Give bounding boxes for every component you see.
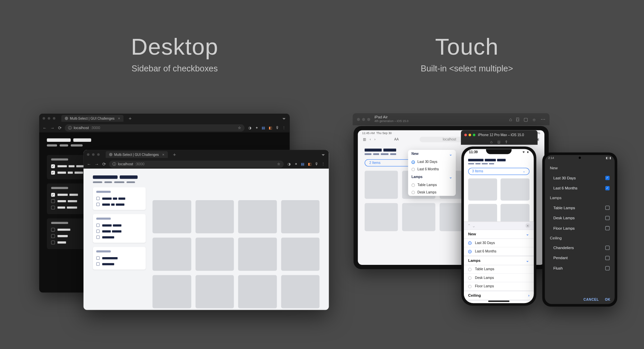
screenshot-icon[interactable]: ⌼ <box>498 140 500 144</box>
option-row[interactable]: Last 30 Days✓ <box>545 173 614 183</box>
browser-menu-icon[interactable]: ⋮ <box>321 162 326 166</box>
optgroup-header[interactable]: Lamps⌄ <box>464 256 534 265</box>
result-card[interactable] <box>468 178 497 200</box>
checkbox-icon[interactable] <box>96 197 100 200</box>
checkbox-icon[interactable] <box>51 241 55 244</box>
checkbox-icon[interactable] <box>51 206 55 209</box>
result-card[interactable] <box>195 200 234 233</box>
ext-icon[interactable]: ✦ <box>294 162 298 166</box>
optgroup-header[interactable]: Ceiling› <box>464 291 534 300</box>
option-row[interactable]: Last 30 Days <box>408 158 456 166</box>
checkbox-icon[interactable]: ✓ <box>605 186 610 190</box>
address-bar[interactable]: ⓘ localhost:3000 ☆ <box>109 160 284 168</box>
option-row[interactable]: Last 6 Months✓ <box>545 183 614 193</box>
new-tab-button[interactable]: + <box>129 115 132 121</box>
home-icon[interactable]: ⌂ <box>490 140 492 144</box>
traffic-light-close[interactable] <box>43 117 45 120</box>
checkbox-icon[interactable]: ✓ <box>51 193 55 196</box>
address-bar[interactable]: ⓘ localhost:3000 ☆ <box>65 124 245 131</box>
option-row[interactable]: Chandeliers <box>545 243 614 253</box>
browser-menu-icon[interactable]: ⋮ <box>282 126 286 130</box>
option-row[interactable]: Desk Lamps <box>545 213 614 223</box>
result-card[interactable] <box>153 238 191 271</box>
checkbox-icon[interactable] <box>96 230 100 233</box>
checkbox-icon[interactable] <box>96 235 100 239</box>
checkbox-icon[interactable] <box>605 256 610 260</box>
close-tab-icon[interactable]: × <box>118 116 120 121</box>
result-card[interactable] <box>153 200 191 233</box>
ext-icon[interactable]: ✦ <box>255 126 259 130</box>
rotate-icon[interactable]: ▢ <box>524 116 528 122</box>
ok-button[interactable]: OK <box>605 298 610 301</box>
option-row[interactable]: Table Lamps <box>408 181 456 189</box>
checkbox-icon[interactable] <box>96 224 100 227</box>
ext-mic-icon[interactable]: 🎙 <box>275 126 279 130</box>
option-row[interactable]: Floor Lamps <box>545 223 614 233</box>
option-row[interactable]: Desk Lamps <box>408 189 456 196</box>
result-card[interactable] <box>195 275 234 308</box>
checkbox-icon[interactable]: ✓ <box>51 171 55 174</box>
checkbox-icon[interactable]: ✓ <box>605 176 610 180</box>
ext-icon[interactable]: ◑ <box>248 126 252 130</box>
result-card[interactable] <box>402 203 435 231</box>
back-icon[interactable]: ‹ <box>370 137 371 141</box>
filter-row[interactable] <box>96 234 142 240</box>
option-row[interactable]: Floor Lamps <box>464 282 534 291</box>
forward-icon[interactable]: → <box>95 162 99 166</box>
result-card[interactable] <box>195 238 234 271</box>
checkbox-icon[interactable] <box>51 234 55 238</box>
new-tab-button[interactable]: + <box>173 152 176 158</box>
traffic-light-min[interactable] <box>469 134 471 136</box>
result-card[interactable] <box>281 238 320 271</box>
home-icon[interactable]: ⌂ <box>509 116 512 122</box>
optgroup-header[interactable]: Lamps⌄ <box>408 173 456 181</box>
checkbox-icon[interactable] <box>605 216 610 220</box>
result-card[interactable] <box>365 171 398 199</box>
filter-row[interactable] <box>96 261 142 267</box>
browser-tab[interactable]: Multi-Select | GUI Challenges × <box>106 151 168 158</box>
traffic-light-min[interactable] <box>48 117 50 120</box>
reload-icon[interactable]: ⟳ <box>102 162 106 166</box>
ext-icon[interactable]: ▤ <box>301 162 305 166</box>
checkbox-icon[interactable] <box>51 199 55 203</box>
checkbox-icon[interactable] <box>96 256 100 260</box>
window-menu-icon[interactable]: ⏷ <box>282 116 286 121</box>
ext-icon[interactable]: ▤ <box>262 126 266 130</box>
cancel-button[interactable]: CANCEL <box>583 298 599 301</box>
option-row[interactable]: Desk Lamps <box>464 274 534 282</box>
reader-aa-icon[interactable]: AA <box>394 137 399 141</box>
result-card[interactable] <box>153 275 191 308</box>
checkbox-icon[interactable] <box>605 226 610 230</box>
back-icon[interactable]: ← <box>87 162 91 166</box>
checkbox-icon[interactable] <box>96 262 100 266</box>
result-card[interactable] <box>365 203 398 231</box>
ext-mic-icon[interactable]: 🎙 <box>314 162 319 166</box>
result-card[interactable] <box>281 275 320 308</box>
option-row[interactable]: Pendant <box>545 253 614 263</box>
bookmark-star-icon[interactable]: ☆ <box>277 162 280 166</box>
result-card[interactable] <box>238 238 277 271</box>
option-row[interactable]: Last 6 Months <box>408 166 456 173</box>
traffic-light-close[interactable] <box>357 118 360 121</box>
traffic-light-max[interactable] <box>97 153 100 156</box>
ext-icon[interactable]: ◧ <box>268 126 273 130</box>
traffic-light-min[interactable] <box>362 118 365 121</box>
back-icon[interactable]: ← <box>43 125 47 130</box>
checkbox-icon[interactable] <box>51 228 55 231</box>
traffic-light-max[interactable] <box>53 117 55 120</box>
browser-tab[interactable]: Multi-Select | GUI Challenges × <box>61 115 123 122</box>
checkbox-icon[interactable] <box>605 246 610 250</box>
filter-row[interactable] <box>96 195 142 201</box>
traffic-light-close[interactable] <box>87 153 90 156</box>
traffic-light-min[interactable] <box>92 153 95 156</box>
sheet-prev-icon[interactable]: ⌃ ⌄ <box>467 223 475 228</box>
filter-row[interactable] <box>96 201 142 208</box>
select-multiple-trigger[interactable]: 3 Items ⌄ <box>468 168 530 175</box>
window-menu-icon[interactable]: ⏷ <box>321 152 326 157</box>
bookmark-star-icon[interactable]: ☆ <box>238 126 241 130</box>
ext-icon[interactable]: ◑ <box>287 162 291 166</box>
option-row[interactable]: Table Lamps <box>464 265 534 274</box>
forward-icon[interactable]: → <box>50 125 55 130</box>
traffic-light-close[interactable] <box>464 134 467 136</box>
home-indicator[interactable] <box>488 301 509 302</box>
